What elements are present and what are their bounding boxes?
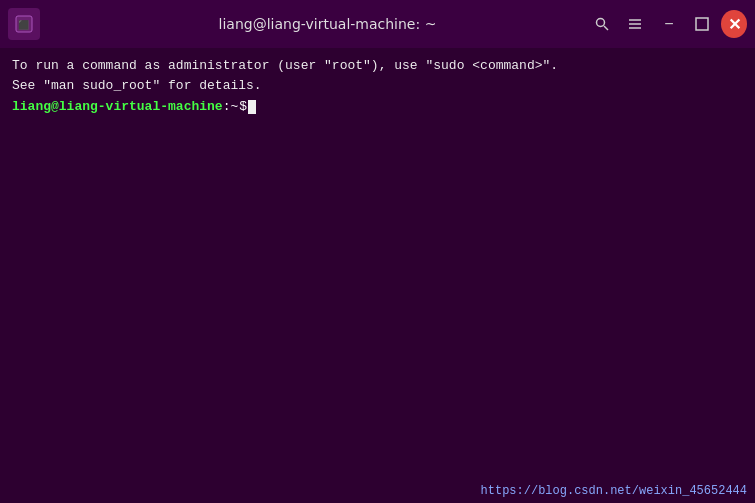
prompt-dollar: $ <box>239 97 247 117</box>
output-line-2: See "man sudo_root" for details. <box>12 76 743 96</box>
menu-button[interactable] <box>621 8 651 40</box>
output-line-1: To run a command as administrator (user … <box>12 56 743 76</box>
terminal-icon: ⬛ <box>8 8 40 40</box>
close-button[interactable]: ✕ <box>721 10 747 38</box>
svg-text:⬛: ⬛ <box>18 19 30 31</box>
prompt-line: liang@liang-virtual-machine :~ $ <box>12 97 743 117</box>
hamburger-icon <box>627 16 643 32</box>
maximize-icon <box>695 17 709 31</box>
search-button[interactable] <box>587 8 617 40</box>
titlebar-controls: − ✕ <box>587 8 747 40</box>
minimize-icon: − <box>664 15 673 33</box>
titlebar-left: ⬛ <box>8 8 68 40</box>
close-icon: ✕ <box>728 15 741 34</box>
title-text: liang@liang-virtual-machine: ~ <box>219 16 437 32</box>
search-icon <box>594 16 610 32</box>
prompt-path: :~ <box>223 97 239 117</box>
titlebar-title: liang@liang-virtual-machine: ~ <box>68 16 587 32</box>
svg-line-3 <box>604 26 608 30</box>
statusbar: https://blog.csdn.net/weixin_45652444 <box>0 479 755 503</box>
svg-point-2 <box>596 19 604 27</box>
terminal-icon-svg: ⬛ <box>15 15 33 33</box>
maximize-button[interactable] <box>688 8 718 40</box>
titlebar: ⬛ liang@liang-virtual-machine: ~ <box>0 0 755 48</box>
cursor <box>248 100 256 114</box>
terminal-body[interactable]: To run a command as administrator (user … <box>0 48 755 479</box>
minimize-button[interactable]: − <box>654 8 684 40</box>
prompt-user: liang@liang-virtual-machine <box>12 97 223 117</box>
statusbar-link[interactable]: https://blog.csdn.net/weixin_45652444 <box>481 484 747 498</box>
svg-rect-7 <box>696 18 708 30</box>
terminal-window: ⬛ liang@liang-virtual-machine: ~ <box>0 0 755 503</box>
